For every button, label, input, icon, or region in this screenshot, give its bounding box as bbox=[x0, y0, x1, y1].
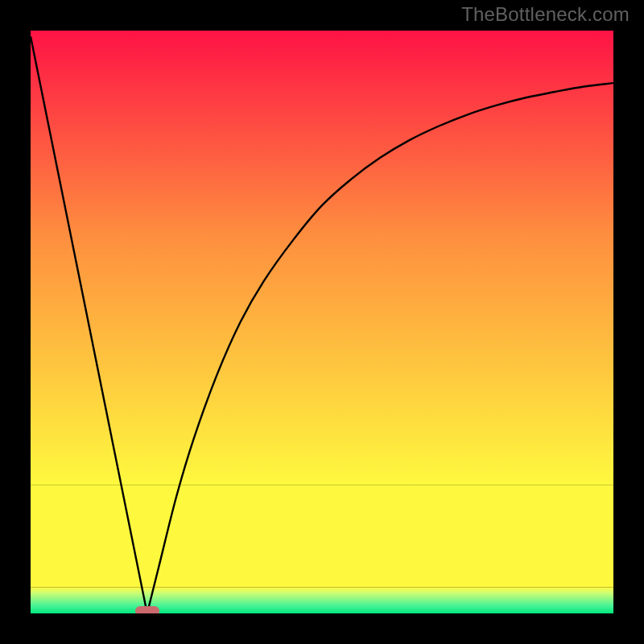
plot-area bbox=[31, 31, 613, 613]
right-rising-curve bbox=[147, 83, 613, 613]
attribution-label: TheBottleneck.com bbox=[461, 3, 630, 26]
curve-layer bbox=[31, 31, 613, 613]
left-descent-line bbox=[31, 36, 147, 613]
notch-marker bbox=[135, 606, 159, 613]
chart-frame: TheBottleneck.com bbox=[0, 0, 644, 644]
